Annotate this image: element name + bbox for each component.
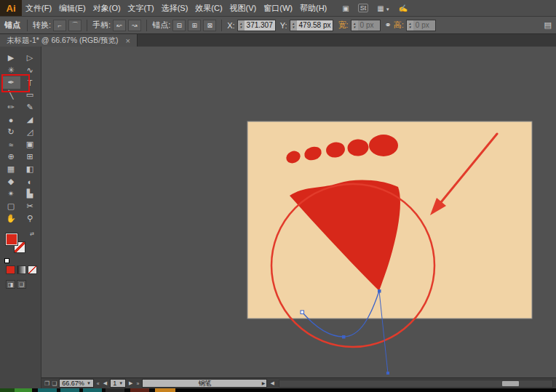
slice-tool[interactable]: ✂ xyxy=(20,200,39,212)
height-input[interactable]: ▴▾ 0 px xyxy=(406,20,436,31)
horizontal-scrollbar[interactable] xyxy=(279,380,553,388)
artwork-canvas[interactable] xyxy=(41,47,556,388)
stepper-icon[interactable]: ▴▾ xyxy=(238,20,245,31)
taskbar-item[interactable] xyxy=(124,388,130,392)
mesh-tool[interactable]: ▦ xyxy=(1,163,20,175)
layout-grid-icon[interactable]: ▣ xyxy=(342,4,349,12)
anchor-point[interactable] xyxy=(301,311,304,314)
menu-item[interactable]: 窗口(W) xyxy=(260,0,296,16)
app-logo[interactable]: Ai xyxy=(0,0,22,16)
stepper-icon[interactable]: ▴▾ xyxy=(407,20,413,31)
default-colors-icon[interactable] xyxy=(4,258,9,263)
width-input[interactable]: ▴▾ 0 px xyxy=(351,20,381,31)
lasso-tool[interactable]: ∿ xyxy=(20,64,39,76)
stepper-icon[interactable]: ▴▾ xyxy=(352,20,358,31)
y-coordinate-input[interactable]: ▴▾ 479.58 px xyxy=(290,20,334,31)
pen-tool[interactable]: ✒ xyxy=(1,76,20,89)
pencil-tool[interactable]: ✎ xyxy=(20,101,39,113)
scroll-left-button[interactable]: ◀ xyxy=(269,380,274,386)
next-artboard-button[interactable]: ▶ xyxy=(128,380,133,386)
taskbar-item[interactable] xyxy=(155,388,175,392)
menu-item[interactable]: 效果(C) xyxy=(191,0,226,16)
zoom-tool[interactable]: ⚲ xyxy=(20,212,39,225)
tab-close-icon[interactable]: × xyxy=(126,36,130,45)
scale-tool[interactable]: ◿ xyxy=(20,126,39,138)
hide-handles-button[interactable]: ↝ xyxy=(128,20,141,31)
eyedropper-tool[interactable]: ◆ xyxy=(1,175,20,188)
taskbar-item[interactable] xyxy=(130,388,149,392)
width-tool[interactable]: ≈ xyxy=(1,138,20,151)
menu-item[interactable]: 文字(T) xyxy=(124,0,158,16)
add-anchor-button[interactable]: ⊞ xyxy=(188,20,201,31)
windows-taskbar[interactable] xyxy=(0,388,556,392)
taskbar-item[interactable] xyxy=(32,388,38,392)
document-tab[interactable]: 未标题-1* @ 66.67% (RGB/预览) × xyxy=(0,34,138,47)
anchor-point[interactable] xyxy=(342,335,346,339)
first-artboard-button[interactable]: « xyxy=(96,381,100,386)
canvas[interactable]: ❐ ❏ 66.67% ▼ « ◀ 1 ▼ ▶ » 钢笔 ▶ ◀ xyxy=(41,47,556,388)
symbol-sprayer-tool[interactable]: ✴ xyxy=(1,188,20,200)
direct-selection-tool[interactable]: ▷ xyxy=(20,52,39,64)
stepper-icon[interactable]: ▴▾ xyxy=(290,20,297,31)
color-button[interactable] xyxy=(6,265,15,274)
cut-path-button[interactable]: ⊠ xyxy=(203,20,216,31)
panel-menu-icon[interactable]: ▤ xyxy=(544,20,552,30)
shape-builder-tool[interactable]: ⊕ xyxy=(1,151,20,163)
scrollbar-thumb[interactable] xyxy=(502,381,519,386)
free-transform-tool[interactable]: ▣ xyxy=(20,138,39,151)
gradient-tool[interactable]: ◧ xyxy=(20,163,39,175)
blob-brush-tool[interactable]: ● xyxy=(1,113,20,126)
none-button[interactable] xyxy=(28,265,37,274)
workspace-switcher[interactable]: ▦▼ xyxy=(377,4,389,12)
magic-wand-tool[interactable]: ✳ xyxy=(1,64,20,76)
taskbar-item[interactable] xyxy=(0,388,15,392)
last-artboard-button[interactable]: » xyxy=(135,381,140,386)
menu-item[interactable]: 编辑(E) xyxy=(55,0,90,16)
blend-tool[interactable]: ◐ xyxy=(20,175,39,188)
menu-item[interactable]: 选择(S) xyxy=(158,0,192,16)
rotate-tool[interactable]: ↻ xyxy=(1,126,20,138)
paintbrush-tool[interactable]: ✏ xyxy=(1,101,20,113)
taskbar-item[interactable] xyxy=(106,388,124,392)
menu-item[interactable]: 对象(O) xyxy=(90,0,124,16)
gradient-button[interactable] xyxy=(17,265,26,274)
taskbar-item[interactable] xyxy=(38,388,57,392)
column-graph-tool[interactable]: ▙ xyxy=(20,188,39,200)
rectangle-tool[interactable]: ▭ xyxy=(20,89,39,101)
status-window-icon[interactable]: ❐ xyxy=(44,380,49,387)
perspective-grid-tool[interactable]: ⊞ xyxy=(20,151,39,163)
selection-tool[interactable]: ▶ xyxy=(1,52,20,64)
eraser-tool[interactable]: ◢ xyxy=(20,113,39,126)
menu-item[interactable]: 帮助(H) xyxy=(296,0,330,16)
handle-endpoint[interactable] xyxy=(386,372,389,375)
type-tool[interactable]: T xyxy=(20,76,39,89)
status-tool-field[interactable]: 钢笔 ▶ xyxy=(142,379,267,388)
convert-to-smooth-button[interactable]: ⌒ xyxy=(68,20,82,31)
line-segment-tool[interactable]: ╲ xyxy=(1,89,20,101)
convert-to-corner-button[interactable]: ⌐ xyxy=(53,20,66,31)
taskbar-item[interactable] xyxy=(60,388,79,392)
fill-color-swatch[interactable] xyxy=(6,233,17,245)
status-window-icon-2[interactable]: ❏ xyxy=(52,380,57,387)
constrain-proportions-icon[interactable]: ⚭ xyxy=(385,20,392,30)
anchor-point[interactable] xyxy=(378,289,381,293)
menu-item[interactable]: 文件(F) xyxy=(22,0,55,16)
stock-badge[interactable]: St xyxy=(358,4,369,12)
prev-artboard-button[interactable]: ◀ xyxy=(103,380,108,386)
draw-mode-button[interactable]: ◨ xyxy=(6,280,15,289)
taskbar-item[interactable] xyxy=(83,388,102,392)
artboard-field[interactable]: 1 ▼ xyxy=(110,379,126,388)
x-coordinate-input[interactable]: ▴▾ 371.307 xyxy=(237,20,276,31)
zoom-field[interactable]: 66.67% ▼ xyxy=(59,379,93,388)
menu-item[interactable]: 视图(V) xyxy=(226,0,261,16)
taskbar-item[interactable] xyxy=(149,388,155,392)
signature-icon[interactable]: ✍ xyxy=(399,4,408,12)
remove-anchor-button[interactable]: ⊟ xyxy=(172,20,186,31)
artboard-tool[interactable]: ▢ xyxy=(1,200,20,212)
taskbar-item[interactable] xyxy=(175,388,556,392)
screen-mode-button[interactable]: ❏ xyxy=(17,280,26,289)
taskbar-item[interactable] xyxy=(15,388,32,392)
hand-tool[interactable]: ✋ xyxy=(1,212,20,225)
show-handles-button[interactable]: ↜ xyxy=(113,20,126,31)
swap-colors-icon[interactable]: ⇄ xyxy=(30,231,34,237)
